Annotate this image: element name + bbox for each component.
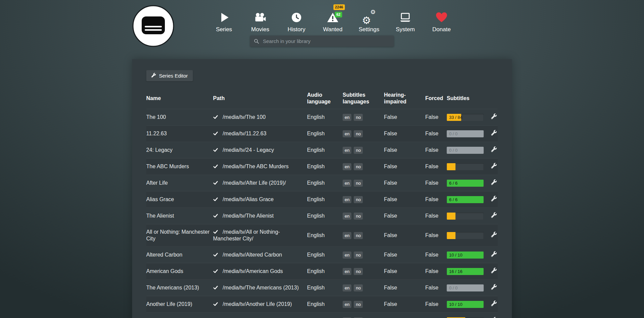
forced-value: False	[425, 313, 447, 318]
subtitles-cell: 16 / 16	[447, 263, 491, 280]
edit-series-button[interactable]	[491, 301, 497, 307]
edit-series-button[interactable]	[491, 268, 497, 274]
edit-series-button[interactable]	[491, 284, 497, 291]
language-badge-no: no	[354, 213, 363, 220]
edit-series-button[interactable]	[491, 212, 497, 219]
wrench-icon	[491, 301, 497, 306]
subtitles-progress-label: 33 / 84	[449, 114, 463, 121]
series-name[interactable]: The Americans (2013)	[146, 280, 213, 296]
language-badge-no: no	[354, 252, 363, 259]
series-editor-button[interactable]: Series Editor	[146, 70, 193, 81]
language-badge-no: no	[354, 196, 363, 203]
hearing-impaired-value: False	[384, 208, 425, 224]
subtitles-cell	[447, 224, 491, 247]
hearing-impaired-value: False	[384, 280, 425, 296]
subtitles-progress: 0 / 0	[447, 147, 484, 154]
table-row: The 100 /media/tv/The 100 English enno F…	[146, 109, 498, 126]
series-name[interactable]: The ABC Murders	[146, 158, 213, 175]
edit-series-button[interactable]	[491, 251, 497, 258]
check-icon	[213, 285, 218, 290]
table-row: Alias Grace /media/tv/Alias Grace Englis…	[146, 191, 498, 208]
nav-item-settings[interactable]: ⚙⚙ Settings	[351, 10, 387, 33]
subtitles-progress-label: 10 / 10	[449, 252, 463, 259]
subtitles-cell: 6 / 6	[447, 191, 491, 208]
language-badge-no: no	[354, 163, 363, 170]
forced-value: False	[425, 158, 447, 175]
series-name[interactable]: American Gods	[146, 263, 213, 280]
subtitles-progress: 6 / 6	[447, 180, 484, 187]
subtitles-languages-value: enno	[343, 142, 384, 158]
audio-language-value: English	[307, 313, 343, 318]
forced-value: False	[425, 224, 447, 247]
check-icon	[213, 114, 220, 120]
nav-item-history[interactable]: History	[278, 10, 315, 33]
subtitles-languages-value: enno	[343, 109, 384, 126]
series-path-text: /media/tv/American Gods	[223, 268, 283, 274]
series-table: NamePathAudio languageSubtitles language…	[146, 88, 498, 318]
search-input[interactable]	[262, 38, 390, 44]
column-header-hearing-impaired: Hearing-impaired	[384, 88, 425, 109]
edit-series-button[interactable]	[491, 113, 497, 120]
nav-item-wanted[interactable]: 224662 Wanted	[315, 10, 351, 33]
series-name[interactable]: Another Life (2019)	[146, 296, 213, 313]
edit-series-button[interactable]	[491, 179, 497, 186]
hearing-impaired-value: False	[384, 224, 425, 247]
subtitles-cell: 10 / 10	[447, 247, 491, 263]
play-icon	[218, 11, 230, 24]
nav-item-donate[interactable]: Donate	[423, 10, 460, 33]
series-name[interactable]: After Life	[146, 175, 213, 191]
edit-series-button[interactable]	[491, 146, 497, 153]
nav-item-movies[interactable]: Movies	[242, 10, 278, 33]
check-icon	[213, 131, 220, 136]
edit-series-button[interactable]	[491, 196, 497, 202]
series-name[interactable]: The 100	[146, 109, 213, 126]
table-row: After Life /media/tv/After Life (2019)/ …	[146, 175, 498, 191]
series-name[interactable]: All or Nothing: Manchester City	[146, 224, 213, 247]
nav-item-system[interactable]: System	[387, 10, 423, 33]
wanted-badge-success: 62	[335, 12, 342, 17]
edit-series-button[interactable]	[491, 232, 497, 238]
language-badge-no: no	[354, 232, 363, 239]
series-path-text: /media/tv/The 100	[223, 114, 266, 120]
series-name[interactable]: The Alienist	[146, 208, 213, 224]
language-badge-en: en	[343, 213, 352, 220]
series-path: /media/tv/Alias Grace	[213, 191, 307, 208]
nav-item-series[interactable]: Series	[206, 10, 242, 33]
series-path: /media/tv/11.22.63	[213, 126, 307, 142]
subtitles-progress	[447, 232, 484, 239]
series-path-text: /media/tv/Another Life (2019)	[223, 301, 292, 307]
actions-cell	[491, 208, 498, 224]
series-name[interactable]: Alias Grace	[146, 191, 213, 208]
subtitles-progress-label: 6 / 6	[449, 196, 458, 203]
subtitles-progress-label: 0 / 0	[449, 284, 458, 291]
search-bar	[250, 36, 394, 47]
wrench-icon	[491, 113, 497, 119]
series-name[interactable]: 11.22.63	[146, 126, 213, 142]
check-icon	[213, 252, 220, 258]
hearing-impaired-value: False	[384, 191, 425, 208]
heart-icon	[435, 11, 448, 24]
edit-series-button[interactable]	[491, 163, 497, 170]
wrench-icon	[491, 163, 497, 169]
subtitles-progress: 10 / 10	[447, 301, 484, 308]
nav-item-label: Settings	[359, 26, 379, 33]
content-panel: Series Editor NamePathAudio languageSubt…	[132, 59, 512, 318]
subtitles-progress-label: 16 / 16	[449, 268, 463, 275]
series-name[interactable]: 24: Legacy	[146, 142, 213, 158]
wrench-icon	[151, 73, 156, 79]
check-icon	[213, 164, 218, 169]
series-name[interactable]: A.P. Bio	[146, 313, 213, 318]
hearing-impaired-value: False	[384, 158, 425, 175]
series-path: /media/tv/American Gods	[213, 263, 307, 280]
bazarr-logo[interactable]	[132, 5, 175, 47]
audio-language-value: English	[307, 191, 343, 208]
clock-icon	[290, 11, 303, 24]
series-name[interactable]: Altered Carbon	[146, 247, 213, 263]
nav-item-label: System	[396, 26, 415, 33]
subtitles-cell: 33 / 84	[447, 109, 491, 126]
column-header-forced: Forced	[425, 88, 447, 109]
nav-icon-host: 224662	[327, 10, 339, 25]
nav-icon-host	[435, 10, 448, 25]
gears-icon: ⚙⚙	[362, 11, 376, 24]
edit-series-button[interactable]	[491, 130, 497, 137]
